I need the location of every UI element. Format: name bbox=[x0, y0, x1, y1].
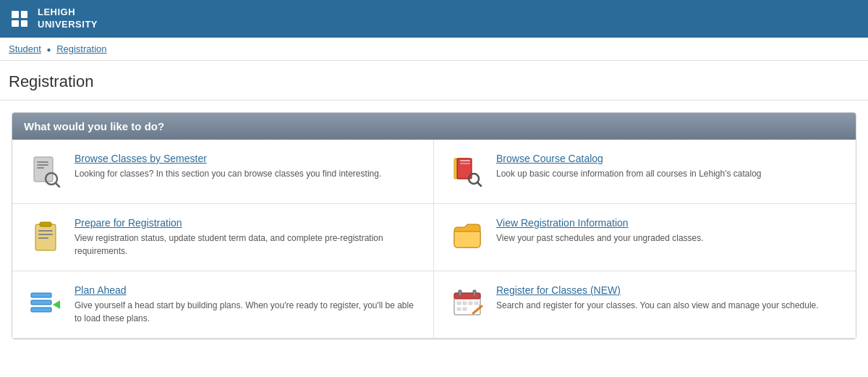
breadcrumb: Student ● Registration bbox=[0, 38, 868, 61]
browse-catalog-text: Browse Course Catalog Look up basic cour… bbox=[496, 153, 762, 180]
register-classes-text: Register for Classes (NEW) Search and re… bbox=[496, 284, 819, 312]
svg-line-11 bbox=[477, 182, 481, 186]
registration-card: What would you like to do? bbox=[12, 112, 856, 339]
svg-line-5 bbox=[56, 183, 59, 187]
view-registration-desc: View your past schedules and your ungrad… bbox=[496, 233, 704, 243]
menu-item-prepare-registration[interactable]: Prepare for Registration View registrati… bbox=[12, 204, 434, 271]
svg-rect-30 bbox=[463, 308, 467, 310]
browse-catalog-title[interactable]: Browse Course Catalog bbox=[496, 153, 762, 164]
svg-rect-0 bbox=[34, 157, 53, 182]
svg-rect-16 bbox=[38, 237, 48, 239]
svg-rect-2 bbox=[37, 164, 48, 166]
svg-rect-14 bbox=[38, 230, 53, 232]
register-classes-title[interactable]: Register for Classes (NEW) bbox=[496, 284, 819, 296]
svg-rect-22 bbox=[454, 293, 480, 299]
menu-item-register-classes[interactable]: Register for Classes (NEW) Search and re… bbox=[434, 271, 856, 339]
prepare-registration-desc: View registration status, update student… bbox=[75, 233, 383, 256]
breadcrumb-separator: ● bbox=[46, 46, 51, 54]
browse-classes-desc: Looking for classes? In this section you… bbox=[75, 169, 381, 179]
svg-rect-25 bbox=[457, 302, 461, 305]
svg-rect-9 bbox=[460, 163, 470, 164]
svg-rect-19 bbox=[31, 308, 51, 312]
svg-rect-28 bbox=[475, 302, 478, 305]
grid-icon[interactable] bbox=[12, 11, 27, 27]
top-header: LEHIGH UNIVERSITY bbox=[0, 0, 868, 38]
menu-grid: Browse Classes by Semester Looking for c… bbox=[12, 140, 856, 339]
svg-rect-8 bbox=[460, 160, 470, 161]
search-doc-icon bbox=[27, 153, 64, 190]
svg-rect-17 bbox=[31, 293, 51, 297]
browse-classes-title[interactable]: Browse Classes by Semester bbox=[75, 153, 381, 164]
svg-rect-23 bbox=[459, 290, 461, 296]
menu-item-plan-ahead[interactable]: Plan Ahead Give yourself a head start by… bbox=[12, 271, 434, 339]
svg-rect-24 bbox=[473, 290, 476, 296]
browse-catalog-desc: Look up basic course information from al… bbox=[496, 169, 762, 179]
menu-item-view-registration[interactable]: View Registration Information View your … bbox=[434, 204, 856, 271]
svg-rect-15 bbox=[38, 234, 53, 235]
svg-rect-27 bbox=[469, 302, 472, 305]
page-title: Registration bbox=[0, 61, 868, 101]
breadcrumb-student[interactable]: Student bbox=[9, 43, 41, 54]
folder-icon bbox=[448, 217, 486, 255]
plan-ahead-text: Plan Ahead Give yourself a head start by… bbox=[75, 284, 419, 325]
book-search-icon bbox=[448, 153, 486, 190]
browse-classes-text: Browse Classes by Semester Looking for c… bbox=[75, 153, 381, 180]
view-registration-text: View Registration Information View your … bbox=[496, 217, 704, 245]
svg-rect-3 bbox=[37, 167, 44, 169]
menu-item-browse-catalog[interactable]: Browse Course Catalog Look up basic cour… bbox=[434, 140, 856, 204]
svg-rect-29 bbox=[457, 308, 461, 310]
prepare-registration-title[interactable]: Prepare for Registration bbox=[75, 217, 419, 229]
menu-item-browse-classes[interactable]: Browse Classes by Semester Looking for c… bbox=[12, 140, 434, 204]
card-header: What would you like to do? bbox=[12, 113, 856, 140]
svg-marker-20 bbox=[53, 300, 60, 309]
svg-rect-18 bbox=[31, 300, 51, 305]
plan-ahead-title[interactable]: Plan Ahead bbox=[75, 284, 419, 296]
plan-ahead-desc: Give yourself a head start by building p… bbox=[75, 300, 414, 323]
svg-rect-26 bbox=[463, 302, 467, 305]
svg-rect-1 bbox=[37, 161, 48, 163]
clipboard-icon bbox=[27, 217, 64, 255]
plan-icon bbox=[27, 284, 64, 322]
svg-rect-13 bbox=[40, 222, 51, 226]
prepare-registration-text: Prepare for Registration View registrati… bbox=[75, 217, 419, 258]
university-name: LEHIGH UNIVERSITY bbox=[38, 7, 98, 31]
breadcrumb-registration[interactable]: Registration bbox=[56, 43, 106, 54]
card-body: Browse Classes by Semester Looking for c… bbox=[12, 140, 856, 339]
calendar-icon bbox=[448, 284, 486, 322]
main-content: What would you like to do? bbox=[0, 101, 868, 351]
register-classes-desc: Search and register for your classes. Yo… bbox=[496, 300, 819, 310]
view-registration-title[interactable]: View Registration Information bbox=[496, 217, 704, 229]
